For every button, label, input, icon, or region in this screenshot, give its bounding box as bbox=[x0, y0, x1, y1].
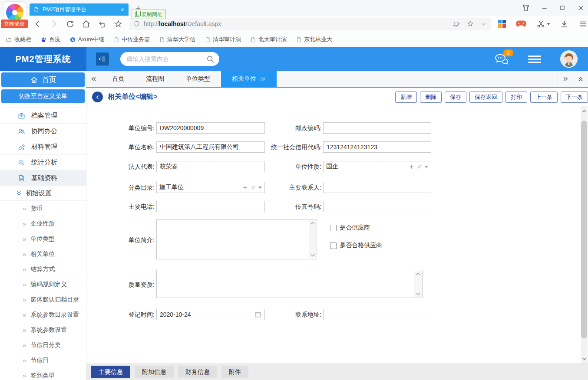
checkbox-box[interactable] bbox=[330, 225, 337, 231]
main-contact-input[interactable] bbox=[323, 182, 431, 193]
sidebar-subitem-settlement-method[interactable]: »结算方式 bbox=[0, 262, 86, 277]
sidebar-subitem-currency[interactable]: »货币 bbox=[0, 201, 86, 216]
next-record-button[interactable]: 下一条 bbox=[561, 92, 588, 103]
tab-close-circle-icon[interactable] bbox=[260, 76, 266, 82]
home-icon[interactable] bbox=[81, 19, 91, 29]
search-input[interactable] bbox=[126, 55, 206, 63]
tab-additional-info[interactable]: 附加信息 bbox=[135, 366, 174, 378]
scroll-up-icon[interactable] bbox=[416, 272, 421, 276]
sidebar-item-materials[interactable]: 材料管理 bbox=[0, 139, 86, 154]
browser-tab[interactable]: PM2项目管理平台 bbox=[30, 3, 129, 16]
user-avatar[interactable] bbox=[560, 50, 578, 68]
save-button[interactable]: 保存 bbox=[445, 92, 466, 103]
dropdown-chevron-icon[interactable] bbox=[480, 21, 487, 27]
textarea-scrollbar[interactable] bbox=[414, 271, 422, 297]
dropdown-caret-icon[interactable] bbox=[425, 166, 428, 168]
maximize-button[interactable] bbox=[558, 4, 566, 12]
bookmark-baidu[interactable]: 百度 bbox=[40, 36, 60, 43]
bookmark-axure[interactable]: Axure中继 bbox=[69, 36, 104, 43]
login-now-badge[interactable]: 立即登录 bbox=[1, 20, 28, 28]
tab-financial-info[interactable]: 财务信息 bbox=[178, 366, 217, 378]
add-icon[interactable] bbox=[409, 164, 414, 170]
sidebar-subitem-enterprise-nature[interactable]: »企业性质 bbox=[0, 216, 86, 231]
tabs-scroll-left-icon[interactable] bbox=[86, 71, 101, 87]
sidebar-item-statistics[interactable]: 统计分析 bbox=[0, 154, 86, 170]
scrollbar-down-icon[interactable] bbox=[581, 355, 588, 363]
tab-close-icon[interactable] bbox=[120, 7, 125, 12]
back-icon[interactable] bbox=[33, 19, 43, 29]
fax-input[interactable] bbox=[323, 201, 431, 212]
sidebar-subitem-unit-type[interactable]: »单位类型 bbox=[0, 231, 86, 246]
app-menu-button[interactable] bbox=[528, 54, 541, 65]
scroll-down-icon[interactable] bbox=[310, 253, 315, 257]
sidebar-item-basic-data[interactable]: 基础资料 bbox=[0, 170, 86, 186]
reload-icon[interactable] bbox=[65, 19, 75, 29]
favorite-star-icon[interactable] bbox=[113, 19, 123, 29]
messages-button[interactable]: 0 bbox=[494, 53, 509, 65]
sidebar-home-button[interactable]: 首页 bbox=[1, 72, 85, 87]
scissors-dropdown-caret[interactable] bbox=[547, 23, 550, 25]
ie-compat-icon[interactable] bbox=[452, 20, 460, 28]
previous-record-button[interactable]: 上一条 bbox=[530, 92, 558, 103]
scroll-up-icon[interactable] bbox=[310, 221, 315, 225]
sidebar-subitem-coding-rules[interactable]: »编码规则定义 bbox=[0, 277, 86, 292]
game-center-icon[interactable] bbox=[515, 20, 527, 28]
bookmark-page-1[interactable]: 中传业务需 bbox=[113, 36, 150, 43]
scrollbar-up-icon[interactable] bbox=[581, 107, 588, 115]
sidebar-subitem-signin-type[interactable]: »签到类型 bbox=[0, 368, 86, 380]
contact-addr-input[interactable] bbox=[323, 309, 431, 320]
bookmark-page-3[interactable]: 清华审计演 bbox=[205, 36, 241, 43]
sidebar-item-archives[interactable]: 档案管理 bbox=[0, 108, 86, 123]
content-scrollbar[interactable] bbox=[581, 106, 588, 364]
tabs-scroll-right-icon[interactable] bbox=[558, 71, 573, 87]
back-button[interactable] bbox=[92, 92, 103, 102]
bookmark-page-4[interactable]: 北大审计演 bbox=[250, 36, 287, 43]
checkbox-box[interactable] bbox=[330, 242, 337, 249]
tab-home[interactable]: 首页 bbox=[101, 71, 135, 87]
clear-icon[interactable] bbox=[416, 164, 423, 170]
global-search[interactable] bbox=[120, 52, 219, 66]
sidebar-subitem-sysparam-dir[interactable]: »系统参数目录设置 bbox=[0, 307, 86, 322]
tab-attachments[interactable]: 附件 bbox=[221, 366, 248, 378]
print-button[interactable]: 打印 bbox=[505, 92, 527, 103]
screenshot-scissors-icon[interactable] bbox=[536, 20, 550, 29]
unit-nature-combo[interactable]: 国企 bbox=[323, 161, 431, 172]
bookmark-page-5[interactable]: 东北林业大 bbox=[296, 36, 332, 43]
bookmark-star-icon[interactable] bbox=[466, 20, 474, 28]
delete-button[interactable]: 删除 bbox=[420, 92, 442, 103]
bookmark-favorites-folder[interactable]: 收藏栏 bbox=[5, 36, 31, 43]
bookmark-page-2[interactable]: 清华大学信 bbox=[159, 36, 195, 43]
sidebar-subitem-sysparam-settings[interactable]: »系统参数设置 bbox=[0, 322, 86, 337]
windows-grid-icon[interactable] bbox=[498, 20, 506, 28]
qualified-supplier-checkbox[interactable]: 是否合格供应商 bbox=[330, 242, 382, 249]
tab-unit-type[interactable]: 单位类型 bbox=[175, 71, 221, 87]
tab-related-units[interactable]: 相关单位 bbox=[221, 71, 277, 87]
tab-main-info[interactable]: 主要信息 bbox=[91, 366, 130, 378]
theme-shirt-icon[interactable] bbox=[522, 4, 530, 12]
search-icon[interactable] bbox=[206, 55, 215, 64]
switch-custom-menu-button[interactable]: 切换至自定义菜单 bbox=[1, 89, 85, 103]
sidebar-section-initial-settings[interactable]: 初始设置 bbox=[0, 186, 86, 201]
sidebar-item-collaboration[interactable]: 协同办公 bbox=[0, 123, 86, 139]
add-button[interactable]: 新增 bbox=[395, 92, 417, 103]
forward-icon[interactable] bbox=[49, 19, 59, 29]
sidebar-subitem-holiday-category[interactable]: »节假日分类 bbox=[0, 337, 86, 353]
collapse-tabs-icon[interactable] bbox=[573, 71, 588, 87]
collapse-menu-button[interactable] bbox=[96, 52, 109, 66]
download-icon[interactable] bbox=[560, 20, 569, 29]
quality-cert-textarea[interactable] bbox=[156, 270, 423, 298]
scrollbar-thumb[interactable] bbox=[581, 121, 587, 338]
sidebar-subitem-default-archive-dir[interactable]: »窗体默认归档目录 bbox=[0, 292, 86, 307]
sidebar-subitem-holiday[interactable]: »节假日 bbox=[0, 353, 86, 368]
browser-menu-icon[interactable] bbox=[578, 20, 588, 28]
postal-code-input[interactable] bbox=[323, 122, 431, 134]
address-bar[interactable]: http://localhost/Default.aspx bbox=[129, 18, 491, 30]
url-text[interactable]: http://localhost/Default.aspx bbox=[144, 20, 221, 27]
credit-code-input[interactable] bbox=[323, 141, 431, 153]
close-window-button[interactable] bbox=[577, 4, 585, 12]
undo-icon[interactable] bbox=[97, 19, 107, 29]
tab-flowchart[interactable]: 流程图 bbox=[135, 71, 175, 87]
save-return-button[interactable]: 保存返回 bbox=[469, 92, 502, 103]
supplier-checkbox[interactable]: 是否供应商 bbox=[330, 224, 370, 232]
scroll-down-icon[interactable] bbox=[416, 292, 421, 296]
